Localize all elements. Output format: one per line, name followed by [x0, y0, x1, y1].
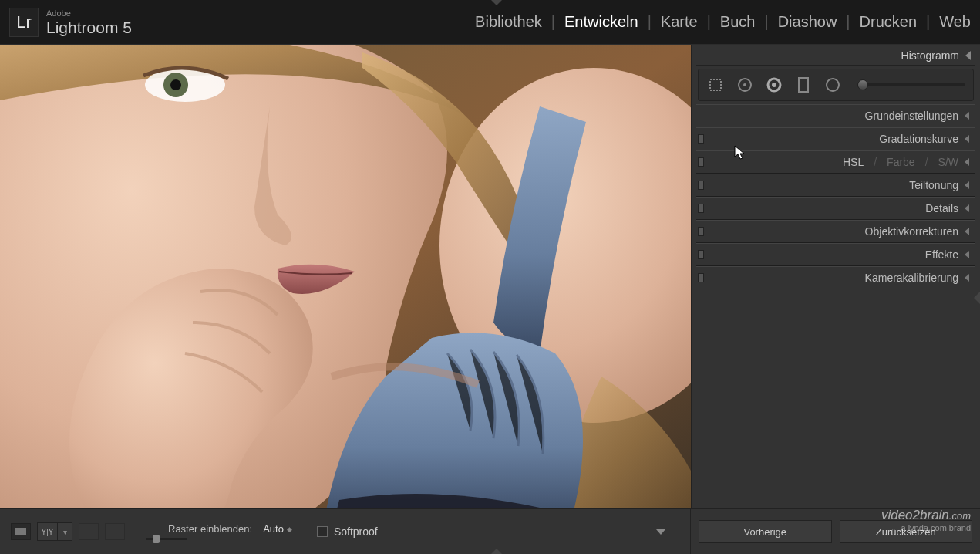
panel-histogram[interactable]: Histogramm — [696, 46, 975, 66]
module-picker: Bibliothek| Entwickeln| Karte| Buch| Dia… — [475, 13, 971, 31]
grid-overlay-dropdown[interactable]: Auto◆ — [263, 523, 292, 535]
top-panel-toggle[interactable] — [490, 0, 503, 5]
grid-overlay-label: Raster einblenden: — [168, 523, 252, 535]
title-bar: Lr Adobe Lightroom 5 Bibliothek| Entwick… — [0, 0, 980, 45]
module-web[interactable]: Web — [939, 13, 971, 31]
app-logo: Lr — [9, 8, 39, 37]
swap-button[interactable] — [79, 523, 99, 540]
grid-size-slider[interactable] — [146, 538, 187, 540]
compare-view-group: Y|Y ▾ — [37, 522, 72, 541]
slider-knob[interactable] — [857, 79, 868, 90]
panel-label-farbe[interactable]: Farbe — [887, 156, 915, 168]
svg-rect-10 — [799, 78, 808, 92]
panel-grundeinstellungen[interactable]: Grundeinstellungen — [696, 104, 975, 127]
panel-label: Effekte — [925, 248, 958, 261]
panel-switch[interactable] — [698, 181, 704, 190]
module-bibliothek[interactable]: Bibliothek — [475, 13, 542, 31]
crop-tool[interactable] — [706, 76, 725, 94]
collapse-icon — [965, 251, 969, 258]
panel-label: Grundeinstellungen — [865, 110, 958, 122]
redeye-tool[interactable] — [765, 76, 783, 94]
copy-settings-button[interactable] — [105, 523, 125, 540]
filmstrip-toggle[interactable] — [490, 549, 503, 554]
bottom-toolbar: Y|Y ▾ Raster einblenden: Auto◆ Softproof… — [0, 508, 980, 554]
panel-objektivkorrekturen[interactable]: Objektivkorrekturen — [696, 220, 975, 243]
module-karte[interactable]: Karte — [661, 13, 698, 31]
vendor-label: Adobe — [46, 9, 132, 18]
svg-point-9 — [772, 83, 776, 87]
checkbox-icon[interactable] — [317, 526, 328, 537]
previous-button[interactable]: Vorherige — [699, 520, 832, 543]
svg-rect-12 — [15, 528, 26, 535]
before-after-lr-button[interactable]: Y|Y — [38, 523, 58, 540]
panel-label: Gradationskurve — [879, 133, 958, 145]
svg-point-11 — [827, 79, 839, 91]
module-buch[interactable]: Buch — [720, 13, 756, 31]
panel-effekte[interactable]: Effekte — [696, 243, 975, 266]
panel-label: Teiltonung — [909, 179, 958, 191]
radial-filter-tool[interactable] — [823, 76, 842, 94]
svg-rect-5 — [710, 79, 721, 90]
panel-switch[interactable] — [698, 250, 704, 259]
right-panel-group: Histogramm Grundeinstellungen — [691, 45, 980, 508]
svg-point-4 — [170, 79, 181, 90]
panel-label: Histogramm — [901, 49, 959, 62]
collapse-icon — [965, 135, 969, 143]
panel-teiltonung[interactable]: Teiltonung — [696, 174, 975, 197]
collapse-icon — [965, 181, 969, 189]
brush-size-slider[interactable] — [857, 83, 965, 86]
collapse-icon — [965, 228, 969, 235]
main-area: Histogramm Grundeinstellungen — [0, 45, 980, 508]
collapse-icon — [965, 112, 969, 120]
app-identity: Lr Adobe Lightroom 5 — [9, 8, 132, 37]
panel-hsl-farbe-sw[interactable]: HSL / Farbe / S/W — [696, 150, 975, 174]
panel-gradationskurve[interactable]: Gradationskurve — [696, 127, 975, 150]
panel-switch[interactable] — [698, 204, 704, 213]
before-after-cycle-button[interactable]: ▾ — [58, 523, 72, 540]
panel-label: Objektivkorrekturen — [865, 225, 958, 238]
panel-details[interactable]: Details — [696, 197, 975, 220]
module-drucken[interactable]: Drucken — [860, 13, 917, 31]
panel-kamerakalibrierung[interactable]: Kamerakalibrierung — [696, 266, 975, 289]
svg-point-7 — [743, 83, 746, 86]
collapse-icon — [965, 51, 971, 60]
loupe-view[interactable] — [0, 45, 691, 508]
collapse-icon — [965, 274, 969, 282]
graduated-filter-tool[interactable] — [794, 76, 813, 94]
collapse-icon — [965, 204, 969, 212]
panel-switch[interactable] — [698, 134, 704, 144]
app-name: Lightroom 5 — [46, 19, 132, 35]
panel-label: Details — [925, 202, 958, 215]
loupe-view-button[interactable] — [11, 523, 31, 540]
panel-switch[interactable] — [698, 227, 704, 236]
right-panel-toggle[interactable] — [974, 292, 980, 304]
module-entwickeln[interactable]: Entwickeln — [564, 13, 638, 31]
softproof-label: Softproof — [334, 525, 378, 538]
collapse-icon — [965, 158, 969, 166]
panel-label: Kamerakalibrierung — [865, 272, 958, 284]
panel-label-hsl[interactable]: HSL — [843, 156, 864, 168]
toolbar-expander[interactable] — [656, 529, 665, 535]
spot-removal-tool[interactable] — [736, 76, 754, 94]
module-diashow[interactable]: Diashow — [778, 13, 837, 31]
panel-switch[interactable] — [698, 157, 704, 167]
panel-label-sw[interactable]: S/W — [938, 156, 958, 168]
reset-button[interactable]: Zurücksetzen — [840, 520, 973, 543]
develop-toolstrip — [698, 69, 974, 101]
panel-switch[interactable] — [698, 273, 704, 282]
softproof-toggle[interactable]: Softproof — [317, 525, 378, 538]
